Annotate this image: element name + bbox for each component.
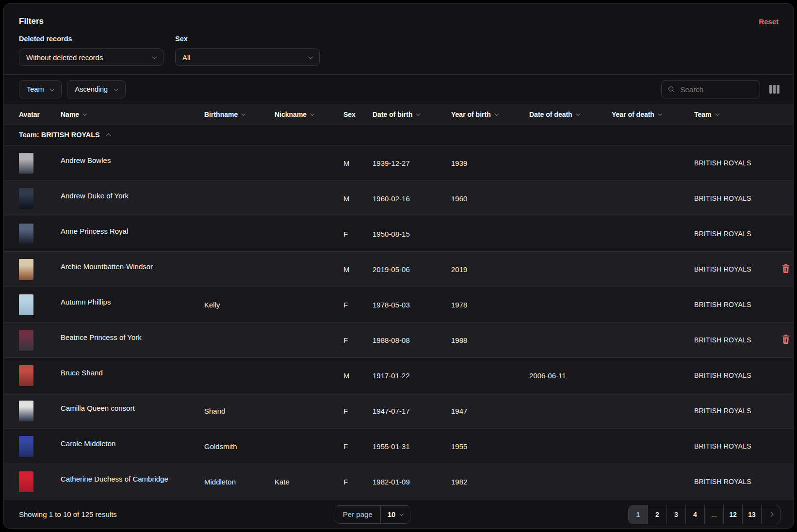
page-button-3[interactable]: 3 xyxy=(667,505,685,524)
row-name: Beatrice Princess of York xyxy=(61,322,204,341)
deleted-records-label: Deleted records xyxy=(19,35,163,43)
column-header-label: Year of death xyxy=(612,111,654,118)
row-team: BRITISH ROYALS xyxy=(694,301,781,308)
search-box xyxy=(661,80,760,98)
column-header-label: Avatar xyxy=(19,111,40,118)
column-header-name[interactable]: Name xyxy=(61,111,204,118)
table-row[interactable]: Camilla Queen consort Shand F 1947-07-17… xyxy=(4,393,793,428)
table-row[interactable]: Archie Mountbatten-Windsor M 2019-05-06 … xyxy=(4,251,793,287)
avatar xyxy=(19,259,33,280)
search-input[interactable] xyxy=(679,85,754,94)
table-row[interactable]: Andrew Bowles M 1939-12-27 1939 BRITISH … xyxy=(4,145,793,180)
per-page-value: 10 xyxy=(388,510,396,518)
column-header-date-of-death[interactable]: Date of death xyxy=(529,111,612,118)
columns-icon xyxy=(769,85,780,94)
row-date-of-birth: 1917-01-22 xyxy=(373,371,451,380)
page-button-4[interactable]: 4 xyxy=(685,505,704,524)
group-row-british-royals[interactable]: Team: BRITISH ROYALS xyxy=(4,124,793,145)
chevron-down-icon xyxy=(309,54,313,59)
filters-title: Filters xyxy=(19,16,44,26)
column-header-avatar: Avatar xyxy=(19,111,61,118)
column-header-year-of-birth[interactable]: Year of birth xyxy=(451,111,529,118)
row-date-of-birth: 1982-01-09 xyxy=(373,478,451,486)
delete-row-button[interactable] xyxy=(781,263,791,275)
column-header-year-of-death[interactable]: Year of death xyxy=(612,111,694,118)
table-row[interactable]: Catherine Duchess of Cambridge Middleton… xyxy=(4,464,793,499)
row-name: Archie Mountbatten-Windsor xyxy=(61,252,204,271)
chevron-right-icon xyxy=(768,512,773,517)
column-header-date-of-birth[interactable]: Date of birth xyxy=(373,111,451,118)
row-sex: F xyxy=(343,407,373,415)
page-button-2[interactable]: 2 xyxy=(648,505,667,524)
row-date-of-birth: 1955-01-31 xyxy=(373,442,451,451)
column-header-label: Sex xyxy=(343,111,356,118)
row-year-of-birth: 2019 xyxy=(451,265,529,274)
row-team: BRITISH ROYALS xyxy=(694,336,781,344)
chevron-down-icon xyxy=(658,112,662,115)
row-sex: F xyxy=(343,478,373,486)
reset-filters-button[interactable]: Reset xyxy=(759,17,779,26)
per-page-select[interactable]: Per page 10 xyxy=(335,505,410,524)
sort-field-select[interactable]: Team xyxy=(19,80,62,98)
row-name: Bruce Shand xyxy=(61,358,204,377)
page-button-12[interactable]: 12 xyxy=(723,505,742,524)
column-header-team[interactable]: Team xyxy=(694,111,781,118)
row-date-of-birth: 1960-02-16 xyxy=(373,194,451,203)
row-sex: F xyxy=(343,301,373,309)
row-sex: M xyxy=(343,371,373,380)
chevron-up-icon xyxy=(106,133,111,138)
avatar xyxy=(19,330,33,351)
deleted-records-select[interactable]: Without deleted records xyxy=(19,48,163,66)
table-row[interactable]: Bruce Shand M 1917-01-22 2006-06-11 BRIT… xyxy=(4,357,793,393)
table-row[interactable]: Beatrice Princess of York F 1988-08-08 1… xyxy=(4,322,793,357)
columns-visibility-button[interactable] xyxy=(768,84,781,95)
table-footer: Showing 1 to 10 of 125 results Per page … xyxy=(4,499,793,529)
table-body: Andrew Bowles M 1939-12-27 1939 BRITISH … xyxy=(4,145,793,499)
column-header-nickname[interactable]: Nickname xyxy=(275,111,343,118)
chevron-down-icon xyxy=(310,112,314,115)
row-team: BRITISH ROYALS xyxy=(694,265,781,273)
data-browser-card: Filters Reset Deleted records Without de… xyxy=(3,3,794,529)
row-team: BRITISH ROYALS xyxy=(694,194,781,202)
row-birthname: Shand xyxy=(204,407,275,415)
chevron-down-icon xyxy=(152,54,157,59)
trash-icon xyxy=(781,335,790,344)
row-name: Autumn Phillips xyxy=(61,287,204,306)
row-year-of-birth: 1955 xyxy=(451,442,529,451)
row-year-of-birth: 1960 xyxy=(451,194,529,203)
chevron-down-icon xyxy=(83,112,87,115)
per-page-label: Per page xyxy=(335,506,380,523)
next-page-button[interactable] xyxy=(761,505,780,524)
column-header-label: Nickname xyxy=(275,111,307,118)
page-ellipsis[interactable]: ... xyxy=(704,505,723,524)
sex-label: Sex xyxy=(175,35,320,43)
chevron-down-icon xyxy=(715,112,719,115)
avatar xyxy=(19,436,33,457)
table-row[interactable]: Carole Middleton Goldsmith F 1955-01-31 … xyxy=(4,428,793,464)
sex-select[interactable]: All xyxy=(175,48,320,66)
row-birthname: Middleton xyxy=(204,478,275,486)
page-button-13[interactable]: 13 xyxy=(742,505,761,524)
row-name: Andrew Duke of York xyxy=(61,181,204,200)
chevron-down-icon xyxy=(114,86,119,91)
pagination: 1234...1213 xyxy=(628,505,781,524)
row-team: BRITISH ROYALS xyxy=(694,159,781,167)
column-header-birthname[interactable]: Birthname xyxy=(204,111,275,118)
row-name: Camilla Queen consort xyxy=(61,393,204,412)
row-date-of-birth: 1978-05-03 xyxy=(373,301,451,309)
chevron-down-icon xyxy=(50,86,55,91)
page-button-1[interactable]: 1 xyxy=(629,505,648,524)
table-row[interactable]: Autumn Phillips Kelly F 1978-05-03 1978 … xyxy=(4,287,793,322)
sort-direction-select[interactable]: Ascending xyxy=(67,80,126,98)
row-sex: F xyxy=(343,230,373,238)
avatar xyxy=(19,365,33,386)
row-date-of-birth: 2019-05-06 xyxy=(373,265,451,274)
column-header-sex: Sex xyxy=(343,111,373,118)
table-row[interactable]: Anne Princess Royal F 1950-08-15 BRITISH… xyxy=(4,216,793,251)
row-year-of-birth: 1982 xyxy=(451,478,529,486)
row-team: BRITISH ROYALS xyxy=(694,371,781,379)
table-row[interactable]: Andrew Duke of York M 1960-02-16 1960 BR… xyxy=(4,180,793,216)
trash-icon xyxy=(781,264,790,273)
chevron-down-icon xyxy=(400,512,404,516)
delete-row-button[interactable] xyxy=(781,334,791,346)
